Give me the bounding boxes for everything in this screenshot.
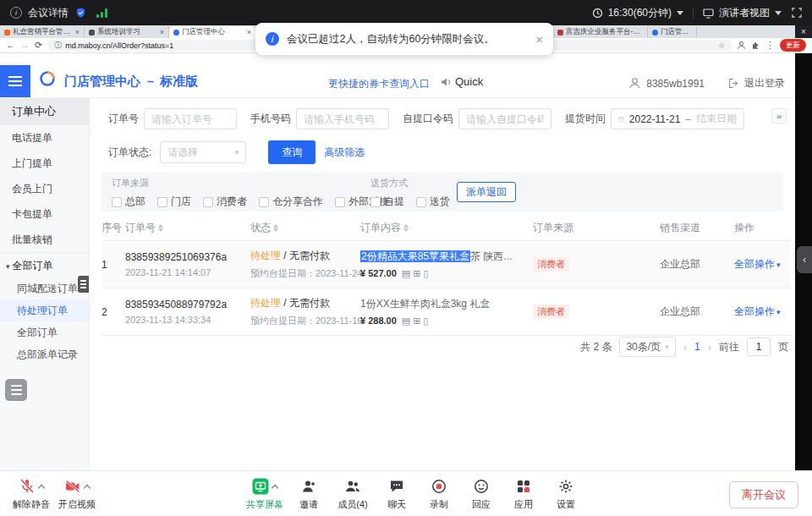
tab-close-icon[interactable]: ×	[247, 29, 251, 36]
reload-icon[interactable]: ⟳	[35, 41, 42, 50]
total-count: 共 2 条	[580, 340, 612, 354]
leave-meeting-button[interactable]: 离开会议	[729, 481, 798, 508]
checkbox-icon	[335, 197, 345, 207]
invite-button[interactable]: 邀请	[288, 477, 330, 511]
meeting-info-icon[interactable]: i	[10, 7, 22, 19]
members-button[interactable]: 成员(4)	[330, 477, 376, 511]
all-actions-dropdown[interactable]: 全部操作	[734, 305, 775, 317]
delivery-method-label: 送货方式	[370, 177, 450, 189]
share-screen-button[interactable]: 共享屏幕	[242, 477, 288, 511]
window-close-icon[interactable]: ×	[795, 25, 812, 38]
toast-close-icon[interactable]: ×	[535, 32, 543, 47]
expand-panel-button[interactable]: »	[771, 108, 787, 124]
chrome-update-button[interactable]: 更新	[780, 39, 806, 52]
chat-button[interactable]: 聊天	[376, 477, 418, 511]
sidebar-item-all-orders[interactable]: 全部订单	[0, 321, 89, 343]
checkbox-delivery-pickup[interactable]: 自提	[370, 195, 404, 209]
extensions-puzzle-icon[interactable]	[751, 41, 760, 50]
prev-page-button[interactable]: ‹	[683, 341, 687, 354]
goto-page-input[interactable]	[747, 338, 771, 356]
sidebar-item-cardpack-order[interactable]: 卡包提单	[0, 201, 89, 227]
sidebar-item-city-delivery-orders[interactable]: 同城配送订单	[0, 277, 89, 299]
meeting-timer[interactable]: 16:30(60分钟)	[608, 6, 672, 20]
fullscreen-icon[interactable]	[792, 8, 802, 18]
sort-icon[interactable]	[273, 224, 278, 232]
security-shield-icon[interactable]	[74, 7, 87, 19]
sidebar-item-walkin-order[interactable]: 上门提单	[0, 151, 89, 176]
browser-tab-active[interactable]: 门店管理中心 ×	[169, 26, 255, 38]
checkbox-source-store[interactable]: 门店	[157, 195, 191, 209]
sidebar-item-batch-writeoff[interactable]: 批量核销	[0, 227, 89, 252]
pickup-date-range[interactable]: 2022-11-21 – 结束日期	[611, 108, 744, 129]
order-no-input[interactable]	[144, 108, 237, 129]
menu-hamburger-button[interactable]	[0, 65, 30, 97]
sort-icon[interactable]	[158, 224, 163, 232]
forward-icon[interactable]: →	[20, 41, 30, 50]
back-icon[interactable]: ←	[6, 41, 15, 50]
checkbox-source-warehouse-share[interactable]: 仓分享合作	[259, 195, 323, 209]
apps-button[interactable]: 应用	[502, 477, 545, 511]
order-status-select[interactable]: 请选择 ▾	[160, 141, 246, 163]
sidebar-item-phone-order[interactable]: 电话提单	[0, 125, 89, 151]
advanced-filter-link[interactable]: 高级筛选	[324, 145, 365, 160]
page-number-current[interactable]: 1	[694, 341, 700, 353]
timer-chevron-down-icon[interactable]	[677, 11, 683, 15]
settings-button[interactable]: 设置	[545, 477, 587, 511]
browser-tab[interactable]: 富吉庆企业服务平台-企业...	[553, 26, 648, 38]
order-content: 1份XX生鲜羊肉礼盒3kg 礼盒	[360, 297, 533, 311]
sidebar-item-hq-dispatch-records[interactable]: 总部派单记录	[0, 343, 89, 365]
view-chevron-down-icon[interactable]	[775, 11, 782, 15]
floating-list-button[interactable]	[5, 379, 27, 401]
phone-input[interactable]	[296, 108, 389, 129]
search-button[interactable]: 查询	[268, 140, 315, 164]
video-options-caret-icon[interactable]	[84, 485, 91, 491]
page-size-select[interactable]: 30条/页 ▾	[619, 337, 675, 357]
sidebar-item-member-walkin[interactable]: 会员上门	[0, 176, 89, 201]
share-options-caret-icon[interactable]	[272, 485, 278, 491]
sidebar-item-pending-orders[interactable]: 待处理订单	[0, 299, 89, 321]
checkbox-delivery-ship[interactable]: 送货	[416, 195, 450, 209]
checkbox-source-hq[interactable]: 总部	[112, 195, 145, 209]
quick-entry[interactable]: Quick	[440, 75, 483, 88]
tab-close-icon[interactable]: ×	[160, 29, 164, 36]
mic-options-caret-icon[interactable]	[38, 485, 45, 491]
image-icon[interactable]: ▤	[402, 316, 410, 326]
pickup-date: 预约自提日期：2023-11-24	[250, 267, 360, 280]
reaction-button[interactable]: 回应	[460, 477, 502, 511]
site-info-icon[interactable]: ⓘ	[54, 41, 62, 49]
coupon-query-link[interactable]: 更快捷的券卡查询入口	[328, 77, 430, 91]
tab-favicon	[557, 30, 563, 36]
logout-link[interactable]: 退出登录	[744, 76, 785, 91]
tab-close-icon[interactable]: ×	[75, 29, 80, 36]
bookmark-star-icon[interactable]: ☆	[718, 41, 725, 50]
all-actions-dropdown[interactable]: 全部操作	[734, 258, 775, 270]
qrcode-icon[interactable]: ⊞	[413, 268, 420, 278]
sidebar-collapse-handle[interactable]	[78, 276, 89, 293]
dispatch-return-button[interactable]: 派单退回	[457, 182, 516, 202]
start-video-button[interactable]: 开启视频	[54, 477, 100, 511]
pickup-code-input[interactable]	[458, 108, 551, 129]
status-pending: 待处理	[250, 297, 281, 309]
network-signal-icon[interactable]	[96, 8, 107, 18]
unmute-button[interactable]: 解除静音	[8, 477, 54, 511]
image-icon[interactable]: ▤	[402, 268, 410, 278]
qrcode-icon[interactable]: ⊞	[413, 316, 420, 326]
username[interactable]: 8385wb1991	[646, 78, 705, 90]
record-button[interactable]: 录制	[418, 477, 460, 511]
browser-tab[interactable]: 门店管...	[648, 26, 697, 38]
expand-panel-chevron-icon[interactable]: ‹	[797, 246, 812, 273]
next-page-button[interactable]: ›	[708, 341, 711, 354]
chat-bubble-icon	[388, 478, 405, 495]
browser-tab[interactable]: 系统培训学习 ×	[85, 26, 169, 38]
sidebar-section-order-center[interactable]: 订单中心	[0, 98, 89, 125]
browser-tab[interactable]: 礼盒营销平台管理中心 ×	[0, 26, 85, 38]
checkbox-source-consumer[interactable]: 消费者	[203, 195, 247, 209]
profile-avatar-icon[interactable]	[737, 41, 746, 50]
sidebar-group-all-orders[interactable]: ▾全部订单	[0, 252, 89, 277]
phone-icon[interactable]: ▯	[423, 316, 428, 326]
meeting-details-label[interactable]: 会议详情	[28, 6, 69, 20]
sort-icon[interactable]	[403, 224, 409, 232]
view-mode-label[interactable]: 演讲者视图	[719, 6, 770, 20]
browser-menu-dots-icon[interactable]: ⋮	[765, 41, 775, 50]
phone-icon[interactable]: ▯	[423, 268, 428, 278]
